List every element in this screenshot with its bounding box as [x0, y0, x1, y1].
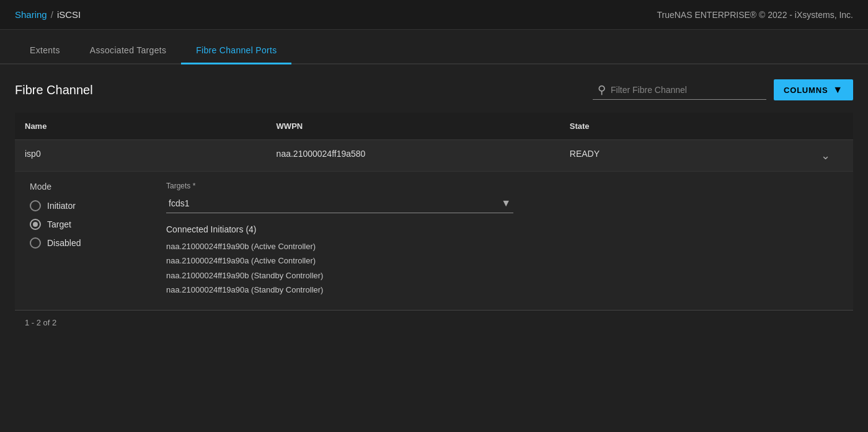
brand: TrueNAS ENTERPRISE® © 2022 - iXsystems, … — [657, 10, 853, 20]
row-name: isp0 — [15, 140, 267, 172]
breadcrumb-sharing[interactable]: Sharing — [15, 9, 47, 20]
expanded-row: Mode Initiator Target — [15, 172, 853, 311]
tabs-bar: Extents Associated Targets Fibre Channel… — [0, 30, 868, 64]
radio-circle-disabled — [30, 237, 41, 249]
toolbar: Fibre Channel ⚲ COLUMNS ▼ — [15, 79, 853, 100]
pagination-text: 1 - 2 of 2 — [25, 318, 56, 327]
mode-section: Mode Initiator Target — [30, 182, 141, 249]
table-footer: 1 - 2 of 2 — [15, 311, 853, 335]
connected-label: Connected Initiators (4) — [166, 224, 838, 234]
breadcrumb-current: iSCSI — [57, 9, 81, 20]
tab-fibre-channel-ports[interactable]: Fibre Channel Ports — [181, 45, 291, 64]
row-wwpn: naa.21000024ff19a580 — [267, 140, 560, 172]
top-bar: Sharing / iSCSI TrueNAS ENTERPRISE® © 20… — [0, 0, 868, 30]
targets-value: fcds1 — [169, 198, 189, 208]
row-expand-cell: ⌄ — [811, 140, 853, 172]
initiator-item-1: naa.21000024ff19a90b (Active Controller) — [166, 239, 838, 253]
initiator-item-4: naa.21000024ff19a90a (Standby Controller… — [166, 283, 838, 297]
search-box: ⚲ — [593, 81, 766, 100]
data-table: Name WWPN State isp0 naa.21000024ff19a58… — [15, 113, 853, 311]
radio-target[interactable]: Target — [30, 219, 141, 230]
mode-label: Mode — [30, 182, 141, 192]
tab-associated-targets[interactable]: Associated Targets — [75, 45, 181, 64]
initiator-item-3: naa.21000024ff19a90b (Standby Controller… — [166, 268, 838, 283]
radio-group: Initiator Target Disabled — [30, 200, 141, 249]
table-container: Name WWPN State isp0 naa.21000024ff19a58… — [15, 113, 853, 311]
search-icon: ⚲ — [598, 83, 606, 97]
radio-disabled[interactable]: Disabled — [30, 237, 141, 249]
radio-circle-target — [30, 219, 41, 230]
main-content: Fibre Channel ⚲ COLUMNS ▼ Name WWPN Stat… — [0, 64, 868, 432]
expanded-cell: Mode Initiator Target — [15, 172, 853, 311]
targets-dropdown[interactable]: fcds1 ▼ — [166, 194, 513, 213]
breadcrumb-separator: / — [51, 9, 53, 20]
radio-initiator[interactable]: Initiator — [30, 200, 141, 211]
targets-dropdown-arrow: ▼ — [501, 198, 511, 209]
col-header-name: Name — [15, 113, 267, 140]
targets-label: Targets * — [166, 182, 838, 190]
breadcrumb: Sharing / iSCSI — [15, 9, 81, 20]
columns-label: COLUMNS — [784, 86, 828, 95]
radio-label-target: Target — [47, 219, 71, 229]
row-state: READY — [560, 140, 812, 172]
radio-label-disabled: Disabled — [47, 238, 81, 248]
expanded-content: Mode Initiator Target — [30, 182, 838, 298]
page-title: Fibre Channel — [15, 83, 93, 97]
connected-initiators: Connected Initiators (4) naa.21000024ff1… — [166, 224, 838, 298]
columns-dropdown-arrow: ▼ — [833, 84, 843, 95]
targets-section: Targets * fcds1 ▼ Connected Initiators (… — [166, 182, 838, 298]
col-header-wwpn: WWPN — [267, 113, 560, 140]
radio-circle-initiator — [30, 200, 41, 211]
table-row: isp0 naa.21000024ff19a580 READY ⌄ — [15, 140, 853, 172]
col-header-state: State — [560, 113, 812, 140]
row-expand-button[interactable]: ⌄ — [821, 149, 830, 162]
initiator-item-2: naa.21000024ff19a90a (Active Controller) — [166, 253, 838, 268]
columns-button[interactable]: COLUMNS ▼ — [774, 79, 853, 100]
table-header: Name WWPN State — [15, 113, 853, 140]
col-header-actions — [811, 113, 853, 140]
toolbar-right: ⚲ COLUMNS ▼ — [593, 79, 853, 100]
search-input[interactable] — [611, 85, 760, 95]
radio-label-initiator: Initiator — [47, 201, 76, 211]
tab-extents[interactable]: Extents — [15, 45, 75, 64]
